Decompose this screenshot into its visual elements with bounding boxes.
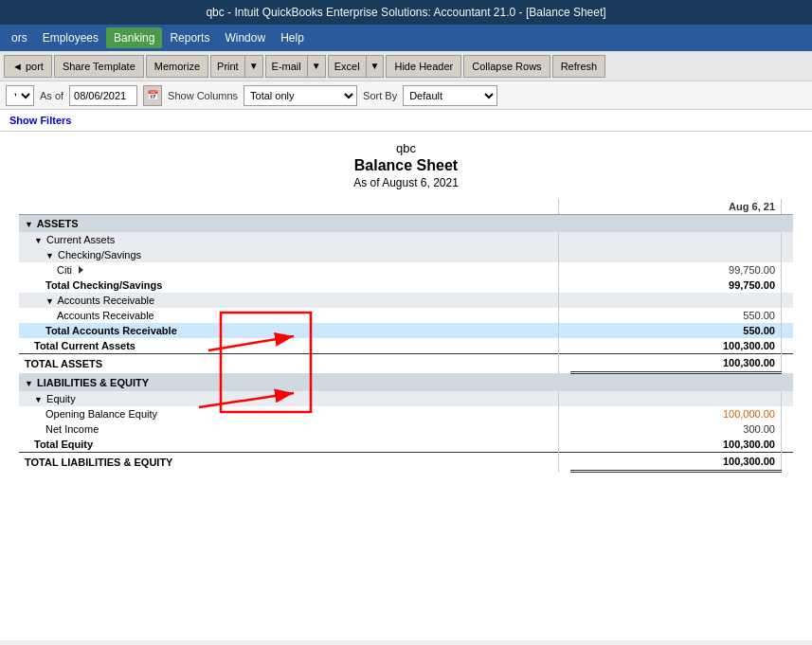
email-button[interactable]: E-mail — [265, 55, 307, 78]
report-subtitle: As of August 6, 2021 — [19, 176, 793, 189]
subtotal-amount: 99,750.00 — [570, 278, 781, 293]
show-columns-label: Show Columns — [168, 90, 238, 101]
title-text: qbc - Intuit QuickBooks Enterprise Solut… — [206, 6, 605, 19]
report-title: Balance Sheet — [19, 157, 793, 174]
subsection-amount — [570, 232, 781, 247]
grand-total-label: TOTAL ASSETS — [19, 354, 559, 373]
sort-select[interactable]: Default — [403, 85, 497, 106]
table-row: Opening Balance Equity 100,000.00 — [19, 406, 793, 421]
table-row: ▼ ASSETS — [19, 215, 793, 233]
calendar-button[interactable]: 📅 — [143, 85, 162, 106]
grand-total-amount: 100,300.00 — [570, 453, 781, 472]
total-amount: 100,300.00 — [570, 437, 781, 453]
memorize-button[interactable]: Memorize — [146, 55, 208, 78]
data-amount: 99,750.00 — [570, 262, 781, 278]
data-amount: 100,000.00 — [570, 406, 781, 421]
menu-item-banking[interactable]: Banking — [106, 27, 162, 48]
total-label: Total Equity — [19, 437, 559, 453]
report-area: qbc Balance Sheet As of August 6, 2021 A… — [0, 132, 812, 640]
grand-total-label: TOTAL LIABILITIES & EQUITY — [19, 453, 559, 472]
subtotal-amount: 550.00 — [570, 323, 781, 338]
section-label: ▼ ASSETS — [19, 215, 793, 233]
toolbar: ◄ port Share Template Memorize Print ▼ E… — [0, 51, 812, 81]
columns-select[interactable]: Total only — [244, 85, 357, 106]
show-filters-bar: Show Filters — [0, 110, 812, 132]
data-label: Citi — [19, 262, 559, 278]
filter-bar: ▼ As of 📅 Show Columns Total only Sort B… — [0, 81, 812, 110]
grand-total-amount: 100,300.00 — [570, 354, 781, 373]
report-company: qbc — [19, 141, 793, 155]
print-dropdown-arrow[interactable]: ▼ — [244, 55, 263, 78]
sort-by-label: Sort By — [363, 90, 397, 101]
print-button-group: Print ▼ — [210, 55, 263, 78]
table-row: ▼ Current Assets — [19, 232, 793, 247]
subsection-amount — [570, 293, 781, 308]
total-label: Total Current Assets — [19, 338, 559, 354]
share-template-button[interactable]: Share Template — [54, 55, 144, 78]
date-range-select[interactable]: ▼ — [6, 85, 34, 106]
table-row: TOTAL LIABILITIES & EQUITY 100,300.00 — [19, 453, 793, 472]
subsection-label: ▼ Checking/Savings — [19, 247, 559, 262]
excel-button[interactable]: Excel — [328, 55, 366, 78]
subsection-amount — [570, 247, 781, 262]
menu-item-reports[interactable]: Reports — [162, 27, 217, 48]
table-row: ▼ Equity — [19, 391, 793, 406]
collapse-rows-button[interactable]: Collapse Rows — [463, 55, 550, 78]
data-amount: 300.00 — [570, 421, 781, 437]
email-dropdown-arrow[interactable]: ▼ — [307, 55, 326, 78]
title-bar: qbc - Intuit QuickBooks Enterprise Solut… — [0, 0, 812, 25]
data-label: Accounts Receivable — [19, 308, 559, 323]
table-row: ▼ Accounts Receivable — [19, 293, 793, 308]
show-filters-link[interactable]: Show Filters — [9, 115, 71, 126]
col-header-label — [19, 199, 559, 215]
table-row: Total Checking/Savings 99,750.00 — [19, 278, 793, 293]
report-table: Aug 6, 21 ▼ ASSETS ▼ Current Assets ▼ Ch… — [19, 199, 793, 473]
subtotal-label: Total Accounts Receivable — [19, 323, 559, 338]
subsection-label: ▼ Current Assets — [19, 232, 559, 247]
menu-item-employees[interactable]: Employees — [35, 27, 106, 48]
table-row: Total Current Assets 100,300.00 — [19, 338, 793, 354]
excel-button-group: Excel ▼ — [328, 55, 385, 78]
data-label: Opening Balance Equity — [19, 406, 559, 421]
print-button[interactable]: Print — [210, 55, 244, 78]
table-row: ▼ LIABILITIES & EQUITY — [19, 373, 793, 392]
report-button[interactable]: ◄ port — [4, 55, 52, 78]
menu-item-ors[interactable]: ors — [4, 27, 35, 48]
data-amount: 550.00 — [570, 308, 781, 323]
table-row: Net Income 300.00 — [19, 421, 793, 437]
excel-dropdown-arrow[interactable]: ▼ — [366, 55, 385, 78]
date-input[interactable] — [69, 85, 137, 106]
data-label: Net Income — [19, 421, 559, 437]
hide-header-button[interactable]: Hide Header — [386, 55, 461, 78]
total-amount: 100,300.00 — [570, 338, 781, 354]
table-row: Total Equity 100,300.00 — [19, 437, 793, 453]
table-row: Total Accounts Receivable 550.00 — [19, 323, 793, 338]
col-header-date: Aug 6, 21 — [570, 199, 781, 215]
menu-item-window[interactable]: Window — [217, 27, 273, 48]
subsection-label: ▼ Equity — [19, 391, 559, 406]
email-button-group: E-mail ▼ — [265, 55, 326, 78]
subtotal-label: Total Checking/Savings — [19, 278, 559, 293]
refresh-button[interactable]: Refresh — [552, 55, 606, 78]
as-of-label: As of — [40, 90, 63, 101]
menu-item-help[interactable]: Help — [273, 27, 312, 48]
menu-bar: ors Employees Banking Reports Window Hel… — [0, 25, 812, 51]
section-label: ▼ LIABILITIES & EQUITY — [19, 373, 793, 392]
subsection-label: ▼ Accounts Receivable — [19, 293, 559, 308]
table-row: TOTAL ASSETS 100,300.00 — [19, 354, 793, 373]
table-row: Accounts Receivable 550.00 — [19, 308, 793, 323]
subsection-amount — [570, 391, 781, 406]
table-row: Citi 99,750.00 — [19, 262, 793, 278]
table-row: ▼ Checking/Savings — [19, 247, 793, 262]
